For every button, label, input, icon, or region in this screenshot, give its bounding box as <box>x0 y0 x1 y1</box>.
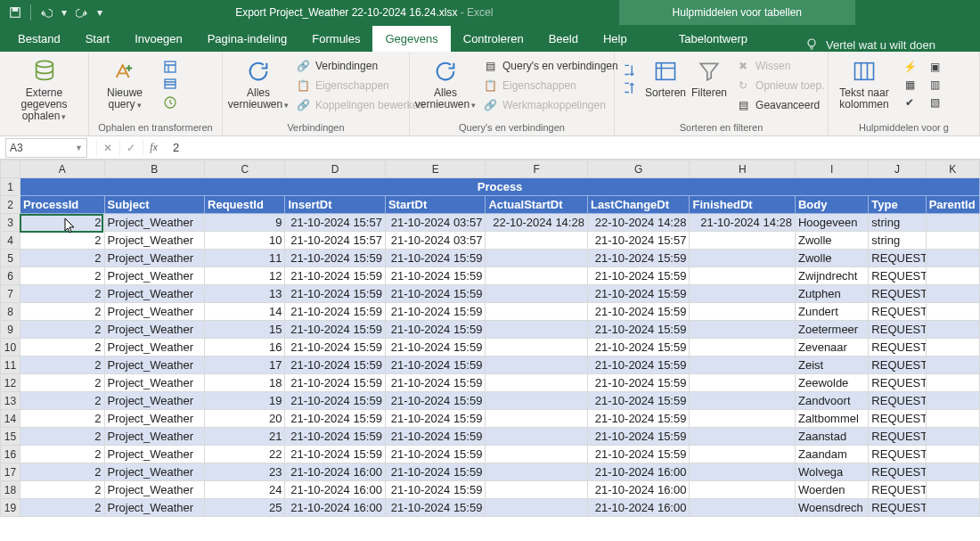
cell[interactable] <box>926 321 979 339</box>
cell[interactable]: 21-10-2024 15:59 <box>385 321 486 339</box>
cell[interactable]: string <box>869 214 926 232</box>
col-H[interactable]: H <box>690 160 796 178</box>
sort-button[interactable]: Sorteren <box>645 55 686 99</box>
cell[interactable]: REQUEST <box>869 285 926 303</box>
cell[interactable]: 21-10-2024 15:57 <box>285 232 386 250</box>
cell[interactable] <box>926 499 979 517</box>
cell[interactable]: Project_Weather <box>104 392 205 410</box>
chevron-down-icon[interactable]: ▼ <box>75 143 83 152</box>
cell[interactable]: Zaltbommel <box>795 410 868 428</box>
cell[interactable] <box>690 250 796 267</box>
cell[interactable]: 21-10-2024 15:59 <box>587 267 690 285</box>
col-A[interactable]: A <box>20 160 104 178</box>
column-headers[interactable]: A B C D E F G H I J K <box>1 160 980 178</box>
cell[interactable] <box>926 463 979 481</box>
cell[interactable]: 21-10-2024 15:59 <box>285 303 386 321</box>
cell[interactable]: 21-10-2024 15:59 <box>285 428 386 446</box>
cell[interactable]: 2 <box>20 374 104 392</box>
cell[interactable] <box>486 321 588 339</box>
cell[interactable] <box>690 410 796 428</box>
cell[interactable]: 21-10-2024 16:00 <box>587 481 690 499</box>
manage-model-icon[interactable]: ▧ <box>927 94 943 111</box>
cell[interactable] <box>486 499 588 517</box>
row-header[interactable]: 17 <box>1 463 20 481</box>
cell[interactable]: 21-10-2024 15:59 <box>587 392 690 410</box>
tab-invoegen[interactable]: Invoegen <box>122 26 195 52</box>
cell[interactable]: InsertDt <box>285 196 386 214</box>
cell[interactable]: 21-10-2024 15:59 <box>587 357 690 374</box>
cell[interactable]: Project_Weather <box>104 481 205 499</box>
cell[interactable] <box>486 267 588 285</box>
cell[interactable]: Project_Weather <box>104 214 205 232</box>
cell[interactable]: 2 <box>20 303 104 321</box>
cell[interactable]: REQUEST <box>869 303 926 321</box>
cell[interactable]: Project_Weather <box>104 285 205 303</box>
cell[interactable] <box>926 357 979 374</box>
connections-button[interactable]: 🔗Verbindingen <box>292 57 428 75</box>
cell[interactable]: 21-10-2024 03:57 <box>385 214 486 232</box>
cell[interactable]: ProcessId <box>20 196 104 214</box>
cell[interactable] <box>926 481 979 499</box>
cell[interactable] <box>690 428 796 446</box>
cell[interactable]: 21-10-2024 15:59 <box>285 250 386 267</box>
cell[interactable]: Project_Weather <box>104 428 205 446</box>
cell[interactable]: 21-10-2024 16:00 <box>285 481 386 499</box>
filter-button[interactable]: Filteren <box>691 55 727 99</box>
cell[interactable]: 21-10-2024 14:28 <box>690 214 796 232</box>
cell[interactable]: 17 <box>205 357 285 374</box>
cancel-icon[interactable]: ✕ <box>96 139 118 157</box>
cell[interactable] <box>926 285 979 303</box>
cell[interactable]: 2 <box>20 339 104 357</box>
text-to-columns-button[interactable]: Tekst naar kolommen <box>836 55 893 111</box>
cell[interactable]: 21-10-2024 03:57 <box>385 232 486 250</box>
table-row[interactable]: 112Project_Weather1721-10-2024 15:5921-1… <box>1 357 980 374</box>
cell[interactable] <box>926 214 979 232</box>
cell[interactable]: 2 <box>20 392 104 410</box>
new-query-button[interactable]: Nieuwe query▾ <box>96 55 153 111</box>
cell[interactable] <box>926 374 979 392</box>
table-row[interactable]: 42Project_Weather1021-10-2024 15:5721-10… <box>1 232 980 250</box>
cell[interactable]: 2 <box>20 267 104 285</box>
table-row[interactable]: 192Project_Weather2521-10-2024 16:0021-1… <box>1 499 980 517</box>
cell[interactable] <box>486 303 588 321</box>
cell[interactable]: 10 <box>205 232 285 250</box>
cell[interactable] <box>486 481 588 499</box>
row-header[interactable]: 15 <box>1 428 20 446</box>
sort-desc-icon[interactable] <box>622 80 638 96</box>
table-row[interactable]: 92Project_Weather1521-10-2024 15:5921-10… <box>1 321 980 339</box>
cell[interactable]: REQUEST <box>869 499 926 517</box>
cell[interactable] <box>690 267 796 285</box>
cell[interactable]: 21-10-2024 15:59 <box>587 321 690 339</box>
cell[interactable]: Project_Weather <box>104 232 205 250</box>
show-queries-icon[interactable] <box>162 59 178 75</box>
cell[interactable] <box>486 250 588 267</box>
cell[interactable]: 2 <box>20 463 104 481</box>
tab-tabelontwerp[interactable]: Tabelontwerp <box>666 26 760 52</box>
col-D[interactable]: D <box>285 160 386 178</box>
undo-dropdown-icon[interactable]: ▾ <box>60 3 69 22</box>
cell[interactable]: Type <box>869 196 926 214</box>
cell[interactable]: 21-10-2024 15:59 <box>385 446 486 463</box>
col-K[interactable]: K <box>926 160 979 178</box>
cell[interactable]: 21-10-2024 15:59 <box>385 303 486 321</box>
cell[interactable]: 19 <box>205 392 285 410</box>
cell[interactable]: Zeist <box>795 357 868 374</box>
cell[interactable]: REQUEST <box>869 321 926 339</box>
cell[interactable]: 2 <box>20 428 104 446</box>
cell[interactable]: 21-10-2024 15:59 <box>587 250 690 267</box>
cell[interactable]: 16 <box>205 339 285 357</box>
col-C[interactable]: C <box>205 160 285 178</box>
cell[interactable]: 21 <box>205 428 285 446</box>
cell[interactable] <box>486 339 588 357</box>
tell-me[interactable]: Vertel wat u wilt doen <box>804 37 935 52</box>
table-row[interactable]: 152Project_Weather2121-10-2024 15:5921-1… <box>1 428 980 446</box>
cell[interactable]: 2 <box>20 410 104 428</box>
tab-controleren[interactable]: Controleren <box>451 26 536 52</box>
cell[interactable]: 21-10-2024 15:57 <box>285 214 386 232</box>
cell[interactable]: 20 <box>205 410 285 428</box>
cell[interactable]: 21-10-2024 15:59 <box>285 446 386 463</box>
table-row[interactable]: 142Project_Weather2021-10-2024 15:5921-1… <box>1 410 980 428</box>
get-external-data-button[interactable]: Externe gegevens ophalen▾ <box>7 55 81 123</box>
cell[interactable]: LastChangeDt <box>587 196 690 214</box>
row-header[interactable]: 6 <box>1 267 20 285</box>
